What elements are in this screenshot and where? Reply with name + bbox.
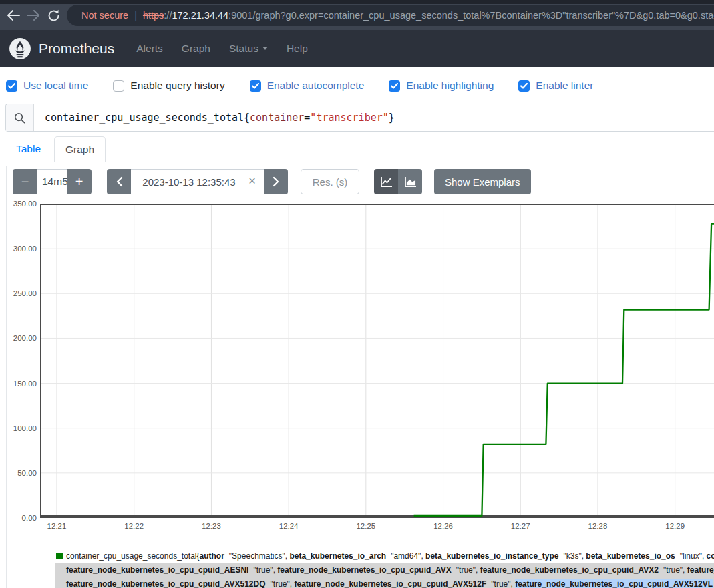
graph-controls: − + × Show Exemplars: [0, 169, 714, 194]
legend-label-name: feature_node_kubernetes_io_cpu_cpuid_AES…: [66, 565, 248, 575]
url-path: :9001/graph?g0.expr=container_cpu_usage_…: [228, 10, 714, 21]
legend-series-row-line-3[interactable]: feature_node_kubernetes_io_cpu_cpuid_AVX…: [55, 577, 714, 588]
legend-swatch: [56, 553, 63, 559]
option-enable-highlighting[interactable]: Enable highlighting: [389, 80, 494, 92]
y-axis-tick-label: 50.00: [3, 468, 37, 478]
series-line: [414, 224, 714, 517]
nav-link-help[interactable]: Help: [287, 43, 308, 55]
option-label: Use local time: [23, 80, 88, 92]
checkbox-checked-icon[interactable]: [6, 80, 17, 92]
chart-type-toggle: [374, 169, 422, 194]
stacked-chart-icon: [404, 176, 417, 188]
cpu-usage-graph[interactable]: [40, 204, 714, 518]
legend-label-value: ="linux",: [675, 551, 707, 561]
forward-arrow-icon: [26, 8, 41, 23]
legend-label-name: feature_node_kubernetes_io_cpu_cpuid_AVX…: [66, 579, 266, 588]
legend-series-row-line-2[interactable]: feature_node_kubernetes_io_cpu_cpuid_AES…: [55, 563, 714, 577]
y-axis-tick-label: 150.00: [3, 379, 37, 388]
option-label: Enable query history: [130, 80, 224, 92]
nav-link-alerts[interactable]: Alerts: [136, 43, 163, 55]
not-secure-label: Not secure: [81, 10, 128, 21]
x-axis-tick-label: 12:21: [35, 521, 78, 531]
y-axis-tick-label: 100.00: [3, 424, 37, 433]
legend-label-value: ="true",: [486, 579, 515, 588]
caret-down-icon: [262, 47, 268, 50]
prometheus-logo-icon: [9, 37, 31, 60]
x-axis-tick-label: 12:27: [499, 521, 542, 531]
x-axis-tick-label: 12:29: [654, 521, 697, 531]
expression-token: container: [250, 112, 304, 124]
url-separator: |: [134, 10, 137, 21]
y-axis-tick-label: 200.00: [3, 333, 37, 343]
legend-label-name: author: [200, 551, 224, 561]
legend-label-value: ="true",: [452, 565, 480, 575]
datetime-input[interactable]: [131, 176, 247, 188]
legend-series-row-line-1[interactable]: container_cpu_usage_seconds_total{author…: [56, 549, 714, 563]
option-enable-linter[interactable]: Enable linter: [518, 80, 593, 92]
plot-canvas: [40, 204, 714, 518]
address-bar[interactable]: Not secure | https://172.21.34.44:9001/g…: [67, 5, 714, 26]
tab-graph[interactable]: Graph: [54, 136, 106, 162]
nav-link-status[interactable]: Status: [229, 43, 268, 55]
expression-token: }: [389, 112, 395, 124]
legend-label-name: feature_node_kubernetes_io_cpu_cpuid_AVX…: [480, 565, 659, 575]
url-host: 172.21.34.44: [172, 10, 228, 21]
chevron-right-icon: [273, 176, 280, 187]
x-axis-tick-label: 12:23: [190, 521, 232, 531]
expression-input[interactable]: container_cpu_usage_seconds_total{contai…: [34, 104, 714, 131]
checkbox-checked-icon[interactable]: [518, 80, 530, 92]
option-label: Enable highlighting: [406, 80, 494, 92]
brand-title[interactable]: Prometheus: [39, 41, 114, 57]
search-addon: [6, 104, 34, 131]
x-axis-tick-label: 12:25: [345, 521, 387, 531]
legend-label-value: ="Speechmatics",: [224, 551, 290, 561]
option-label: Enable autocomplete: [267, 80, 365, 92]
tab-table[interactable]: Table: [16, 143, 41, 155]
checkbox-checked-icon[interactable]: [250, 80, 261, 92]
nav-link-graph[interactable]: Graph: [182, 43, 210, 55]
legend-label-name: beta_kubernetes_io_arch: [289, 551, 386, 561]
legend-label-value: ="k3s",: [558, 551, 586, 561]
previous-time-button[interactable]: [107, 169, 131, 194]
option-enable-query-history[interactable]: Enable query history: [113, 80, 224, 92]
browser-back-button[interactable]: [4, 6, 23, 25]
panel-tabs: Table Graph: [0, 136, 714, 162]
y-axis-tick-label: 300.00: [3, 244, 37, 253]
clear-datetime-icon[interactable]: ×: [247, 174, 264, 190]
navbar-links: AlertsGraphStatusHelp: [118, 43, 308, 55]
checkbox-checked-icon[interactable]: [389, 80, 400, 92]
line-chart-icon: [380, 176, 393, 188]
stacked-chart-toggle-button[interactable]: [398, 169, 422, 194]
resolution-input[interactable]: [301, 169, 359, 194]
expression-token: "transcriber": [310, 112, 388, 124]
search-icon: [13, 112, 26, 124]
next-time-button[interactable]: [264, 169, 288, 194]
query-options-row: Use local timeEnable query historyEnable…: [6, 76, 618, 96]
legend-label-name: feature_node_kubernetes_io_cpu_cpuid_AVX…: [687, 565, 714, 575]
duration-input[interactable]: [37, 169, 67, 194]
browser-forward-button[interactable]: [24, 6, 43, 25]
legend-label-name: feature_node_kubernetes_io_cpu_cpuid_AVX…: [294, 579, 486, 588]
chevron-left-icon: [116, 176, 123, 187]
url-scheme: https: [143, 10, 164, 21]
back-arrow-icon: [6, 8, 21, 23]
legend-label-value: ="true",: [266, 579, 295, 588]
option-use-local-time[interactable]: Use local time: [6, 80, 88, 92]
browser-toolbar: Not secure | https://172.21.34.44:9001/g…: [0, 0, 714, 30]
prometheus-graph-page: { "browser": { "not_secure": "Not secure…: [0, 0, 714, 588]
x-axis-tick-label: 12:28: [576, 521, 619, 531]
datetime-picker: ×: [107, 169, 288, 194]
checkbox-unchecked-icon[interactable]: [113, 80, 124, 92]
y-axis-tick-label: 250.00: [3, 289, 37, 298]
show-exemplars-button[interactable]: Show Exemplars: [434, 169, 531, 194]
x-axis-tick-label: 12:24: [267, 521, 310, 531]
legend-label-name: beta_kubernetes_io_os: [586, 551, 675, 561]
legend-label-name: feature_node_kubernetes_io_cpu_cpuid_AVX…: [515, 579, 713, 588]
duration-stepper: − +: [13, 169, 92, 194]
y-axis-tick-label: 350.00: [3, 199, 37, 208]
option-enable-autocomplete[interactable]: Enable autocomplete: [250, 80, 365, 92]
increase-duration-button[interactable]: +: [67, 169, 92, 194]
line-chart-toggle-button[interactable]: [374, 169, 398, 194]
browser-reload-button[interactable]: [44, 6, 63, 25]
decrease-duration-button[interactable]: −: [13, 169, 37, 194]
